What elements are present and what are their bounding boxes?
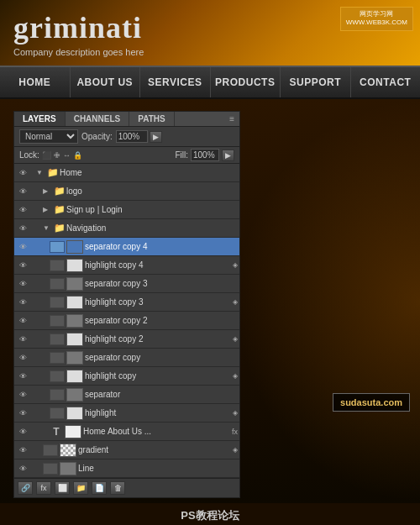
lock-label: Lock: (19, 150, 39, 160)
layer-row[interactable]: 👁 gradient ◈ (14, 441, 239, 459)
layer-row[interactable]: 👁 highlight copy ◈ (14, 367, 239, 386)
eye-icon[interactable]: 👁 (16, 203, 29, 217)
nav-products[interactable]: PRODUCTS (211, 67, 281, 97)
folder-icon: 📁 (46, 166, 60, 180)
layer-row[interactable]: 👁 highlight copy 2 ◈ (14, 330, 239, 349)
layer-thumbnail (66, 370, 83, 383)
text-layer-icon: T (50, 426, 63, 438)
layer-row[interactable]: 👁 ▶ 📁 Sign up | Login (14, 201, 239, 219)
delete-layer-btn[interactable]: 🗑 (110, 481, 125, 495)
eye-icon[interactable]: 👁 (16, 407, 29, 420)
layer-thumbnail (65, 425, 81, 438)
arrow-icon[interactable]: ▶ (43, 187, 53, 195)
add-mask-btn[interactable]: ⬜ (55, 481, 70, 495)
fx-icon: fx (232, 428, 238, 436)
layer-row[interactable]: 👁 T Home About Us ... fx (14, 423, 239, 441)
layer-name: gradient (78, 445, 231, 454)
layer-row[interactable]: 👁 separator copy 2 (14, 312, 239, 330)
eye-icon[interactable]: 👁 (16, 462, 29, 475)
eye-icon[interactable]: 👁 (16, 333, 29, 346)
layer-row[interactable]: 👁 separator copy 3 (14, 275, 239, 293)
eye-icon[interactable]: 👁 (16, 314, 29, 328)
layer-name: highlight copy 3 (85, 297, 231, 307)
tab-paths[interactable]: PATHS (129, 112, 174, 126)
layer-row[interactable]: 👁 ▼ 📁 Navigation (14, 219, 239, 238)
fx-icon: ◈ (233, 409, 238, 417)
fill-input[interactable] (191, 149, 219, 161)
layer-row[interactable]: 👁 separator copy (14, 349, 239, 367)
layer-row[interactable]: 👁 highlight ◈ (14, 404, 239, 423)
layer-row[interactable]: 👁 highlight copy 3 ◈ (14, 293, 239, 312)
eye-icon[interactable]: 👁 (16, 296, 29, 309)
layer-name: Sign up | Login (66, 205, 238, 214)
folder-icon: 📁 (53, 203, 66, 217)
layer-thumbnail (66, 351, 83, 365)
layer-name: highlight (85, 408, 231, 417)
layer-thumb-fx (50, 260, 65, 271)
arrow-icon[interactable]: ▼ (43, 224, 53, 232)
new-group-btn[interactable]: 📁 (73, 481, 88, 495)
nav-home[interactable]: HOME (0, 67, 71, 97)
arrow-icon[interactable]: ▶ (43, 206, 53, 213)
fill-arrow[interactable]: ▶ (222, 150, 234, 161)
new-layer-btn[interactable]: 📄 (92, 481, 107, 495)
nav-about[interactable]: ABOUT US (71, 67, 141, 97)
panel-close-icon[interactable]: ≡ (224, 112, 239, 126)
opacity-input[interactable] (116, 130, 148, 143)
layer-row[interactable]: 👁 ▼ 📁 Home (14, 164, 239, 182)
layer-thumb-fx (50, 407, 65, 419)
eye-icon[interactable]: 👁 (16, 425, 29, 438)
main-content: LAYERS CHANNELS PATHS ≡ Normal Opacity: … (0, 99, 420, 503)
layer-name: separator copy 3 (85, 279, 238, 288)
layer-row[interactable]: 👁 separator (14, 386, 239, 404)
panel-bottom-toolbar: 🔗 fx ⬜ 📁 📄 🗑 (14, 478, 239, 497)
lock-icon1[interactable]: ⬛ (42, 151, 51, 160)
folder-icon: 📁 (53, 185, 66, 198)
layer-row[interactable]: 👁 Line (14, 459, 239, 478)
eye-icon[interactable]: 👁 (16, 259, 29, 272)
lock-icon4[interactable]: 🔒 (73, 151, 82, 160)
eye-icon[interactable]: 👁 (16, 388, 29, 402)
opacity-group: ▶ (116, 130, 162, 143)
eye-icon[interactable]: 👁 (16, 277, 29, 291)
add-style-btn[interactable]: fx (36, 481, 51, 495)
eye-icon[interactable]: 👁 (16, 222, 29, 235)
nav-services[interactable]: SERVICES (140, 67, 211, 97)
arrow-icon[interactable]: ▼ (36, 169, 46, 176)
eye-icon[interactable]: 👁 (16, 370, 29, 383)
fx-icon: ◈ (233, 298, 238, 306)
link-layers-btn[interactable]: 🔗 (18, 481, 33, 495)
layer-row[interactable]: 👁 ▶ 📁 logo (14, 182, 239, 201)
layer-row[interactable]: 👁 highlight copy 4 ◈ (14, 256, 239, 275)
nav-contact[interactable]: CONTACT (351, 67, 421, 97)
lock-icon3[interactable]: ↔ (63, 151, 71, 160)
eye-icon[interactable]: 👁 (16, 444, 29, 457)
fx-icon: ◈ (233, 335, 238, 343)
right-glow (235, 99, 420, 503)
layer-name: highlight copy 4 (85, 260, 231, 270)
layer-thumb-fx (50, 389, 65, 401)
layer-row[interactable]: 👁 separator copy 4 (14, 238, 239, 256)
layer-thumbnail (66, 407, 83, 420)
eye-icon[interactable]: 👁 (16, 185, 29, 198)
eye-icon[interactable]: 👁 (16, 351, 29, 365)
tab-layers[interactable]: LAYERS (14, 112, 66, 126)
nav-support[interactable]: SUPPORT (281, 67, 351, 97)
layer-thumb-fx (50, 278, 65, 290)
layer-thumb-fx (50, 333, 65, 345)
fx-icon: ◈ (233, 261, 238, 269)
layer-thumb-fx (43, 444, 58, 456)
layer-thumb-fx (50, 241, 65, 253)
layer-thumbnail (66, 259, 83, 272)
blend-mode-select[interactable]: Normal (19, 129, 78, 144)
eye-icon[interactable]: 👁 (16, 166, 29, 180)
layer-thumbnail (66, 277, 83, 291)
layer-thumbnail (66, 240, 83, 254)
header-badge: 网页学习网 WWW.WEB3K.COM (340, 7, 413, 31)
tab-channels[interactable]: CHANNELS (66, 112, 130, 126)
opacity-arrow[interactable]: ▶ (150, 131, 162, 143)
eye-icon[interactable]: 👁 (16, 240, 29, 254)
lock-icon2[interactable]: ✙ (54, 151, 60, 160)
folder-icon: 📁 (53, 222, 66, 235)
layer-name: highlight copy (85, 371, 231, 381)
